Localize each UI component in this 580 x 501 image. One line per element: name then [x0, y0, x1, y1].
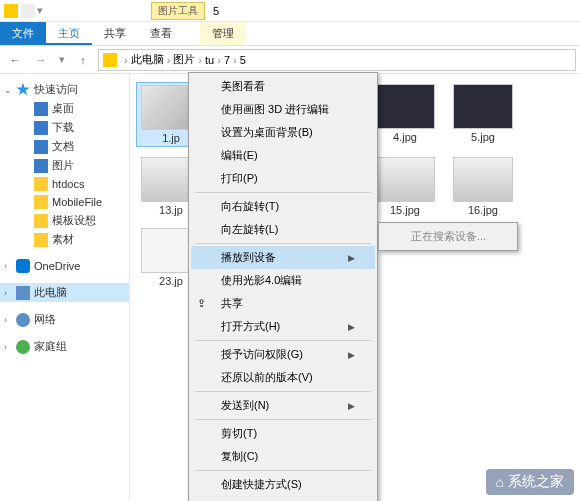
menu-item-share[interactable]: ⇪共享: [191, 292, 375, 315]
breadcrumb-item[interactable]: 7: [224, 54, 230, 66]
sidebar-item-label: MobileFile: [52, 196, 102, 208]
sidebar-item-onedrive[interactable]: ›OneDrive: [0, 257, 129, 275]
expand-icon[interactable]: ›: [4, 288, 12, 298]
menu-item-cut[interactable]: 剪切(T): [191, 422, 375, 445]
menu-separator: [195, 192, 371, 193]
expand-icon[interactable]: ›: [4, 315, 12, 325]
breadcrumb-item[interactable]: 此电脑: [131, 52, 164, 67]
menu-separator: [195, 340, 371, 341]
menu-item-restore[interactable]: 还原以前的版本(V): [191, 366, 375, 389]
menu-item-label: 设置为桌面背景(B): [221, 125, 313, 140]
menu-item-guangying[interactable]: 使用光影4.0编辑: [191, 269, 375, 292]
sidebar-item-label: 下载: [52, 120, 74, 135]
document-icon: [34, 140, 48, 154]
file-name: 13.jp: [159, 204, 183, 216]
download-icon: [34, 121, 48, 135]
sidebar-item-material[interactable]: 素材: [0, 230, 129, 249]
file-name: 16.jpg: [468, 204, 498, 216]
recent-dropdown-icon[interactable]: ▾: [56, 49, 68, 71]
menu-item-label: 授予访问权限(G): [221, 347, 303, 362]
monitor-icon: [16, 286, 30, 300]
chevron-right-icon[interactable]: ›: [233, 54, 237, 66]
menu-item-meitu[interactable]: 美图看看: [191, 75, 375, 98]
menu-item-label: 剪切(T): [221, 426, 257, 441]
title-bar: ▾ 图片工具 5: [0, 0, 580, 22]
expand-icon[interactable]: ›: [4, 261, 12, 271]
sidebar-item-template[interactable]: 模板设想: [0, 211, 129, 230]
menu-item-wallpaper[interactable]: 设置为桌面背景(B): [191, 121, 375, 144]
tab-file[interactable]: 文件: [0, 22, 46, 45]
menu-item-label: 使用画图 3D 进行编辑: [221, 102, 329, 117]
file-item[interactable]: 5.jpg: [448, 82, 518, 147]
sidebar-item-label: 桌面: [52, 101, 74, 116]
thumbnail-image: [375, 157, 435, 202]
chevron-right-icon[interactable]: ›: [124, 54, 128, 66]
sidebar-item-pictures[interactable]: 图片: [0, 156, 129, 175]
forward-button[interactable]: →: [30, 49, 52, 71]
ribbon-tabs: 文件 主页 共享 查看 管理: [0, 22, 580, 46]
menu-item-print[interactable]: 打印(P): [191, 167, 375, 190]
sidebar-item-homegroup[interactable]: ›家庭组: [0, 337, 129, 356]
menu-item-copy[interactable]: 复制(C): [191, 445, 375, 468]
menu-item-openwith[interactable]: 打开方式(H)▶: [191, 315, 375, 338]
sidebar-item-label: OneDrive: [34, 260, 80, 272]
collapse-icon[interactable]: ⌄: [4, 85, 12, 95]
cloud-icon: [16, 259, 30, 273]
menu-item-label: 正在搜索设备...: [411, 229, 486, 244]
qat-dropdown-icon[interactable]: ▾: [37, 4, 51, 18]
tab-home[interactable]: 主页: [46, 22, 92, 45]
breadcrumb[interactable]: › 此电脑 › 图片 › tu › 7 › 5: [98, 49, 576, 71]
chevron-right-icon: ▶: [348, 401, 355, 411]
menu-item-edit[interactable]: 编辑(E): [191, 144, 375, 167]
menu-item-sendto[interactable]: 发送到(N)▶: [191, 394, 375, 417]
breadcrumb-item[interactable]: tu: [205, 54, 214, 66]
menu-item-shortcut[interactable]: 创建快捷方式(S): [191, 473, 375, 496]
sidebar-item-network[interactable]: ›网络: [0, 310, 129, 329]
contextual-tab-label: 图片工具: [151, 2, 205, 20]
sidebar-item-downloads[interactable]: 下载: [0, 118, 129, 137]
qat-button[interactable]: [21, 4, 35, 18]
sidebar-item-htdocs[interactable]: htdocs: [0, 175, 129, 193]
menu-item-edit3d[interactable]: 使用画图 3D 进行编辑: [191, 98, 375, 121]
file-item[interactable]: 4.jpg: [370, 82, 440, 147]
sidebar-item-label: 家庭组: [34, 339, 67, 354]
up-button[interactable]: ↑: [72, 49, 94, 71]
menu-separator: [195, 243, 371, 244]
tab-share[interactable]: 共享: [92, 22, 138, 45]
menu-item-cast[interactable]: 播放到设备▶: [191, 246, 375, 269]
sidebar-item-desktop[interactable]: 桌面: [0, 99, 129, 118]
sidebar-item-mobilefile[interactable]: MobileFile: [0, 193, 129, 211]
breadcrumb-item[interactable]: 5: [240, 54, 246, 66]
menu-separator: [195, 470, 371, 471]
navigation-pane: ⌄快速访问 桌面 下载 文档 图片 htdocs MobileFile 模板设想…: [0, 74, 130, 501]
file-item[interactable]: 15.jpg: [370, 155, 440, 218]
folder-icon: [103, 53, 117, 67]
context-menu: 美图看看 使用画图 3D 进行编辑 设置为桌面背景(B) 编辑(E) 打印(P)…: [188, 72, 378, 501]
back-button[interactable]: ←: [4, 49, 26, 71]
chevron-right-icon[interactable]: ›: [198, 54, 202, 66]
sidebar-item-quick-access[interactable]: ⌄快速访问: [0, 80, 129, 99]
homegroup-icon: [16, 340, 30, 354]
menu-item-rotate-right[interactable]: 向右旋转(T): [191, 195, 375, 218]
tab-manage[interactable]: 管理: [200, 22, 246, 45]
file-name: 1.jp: [162, 132, 180, 144]
chevron-right-icon[interactable]: ›: [167, 54, 171, 66]
expand-icon[interactable]: ›: [4, 342, 12, 352]
file-name: 4.jpg: [393, 131, 417, 143]
breadcrumb-item[interactable]: 图片: [173, 52, 195, 67]
sidebar-item-thispc[interactable]: ›此电脑: [0, 283, 129, 302]
sidebar-item-documents[interactable]: 文档: [0, 137, 129, 156]
thumbnail-image: [375, 84, 435, 129]
sidebar-item-label: 图片: [52, 158, 74, 173]
menu-item-delete[interactable]: 删除(D): [191, 496, 375, 501]
cast-submenu: 正在搜索设备...: [378, 222, 518, 251]
file-item[interactable]: 16.jpg: [448, 155, 518, 218]
menu-item-rotate-left[interactable]: 向左旋转(L): [191, 218, 375, 241]
tab-view[interactable]: 查看: [138, 22, 184, 45]
desktop-icon: [34, 102, 48, 116]
sidebar-item-label: htdocs: [52, 178, 84, 190]
chevron-right-icon[interactable]: ›: [217, 54, 221, 66]
menu-item-access[interactable]: 授予访问权限(G)▶: [191, 343, 375, 366]
menu-item-label: 向左旋转(L): [221, 222, 278, 237]
sidebar-item-label: 此电脑: [34, 285, 67, 300]
